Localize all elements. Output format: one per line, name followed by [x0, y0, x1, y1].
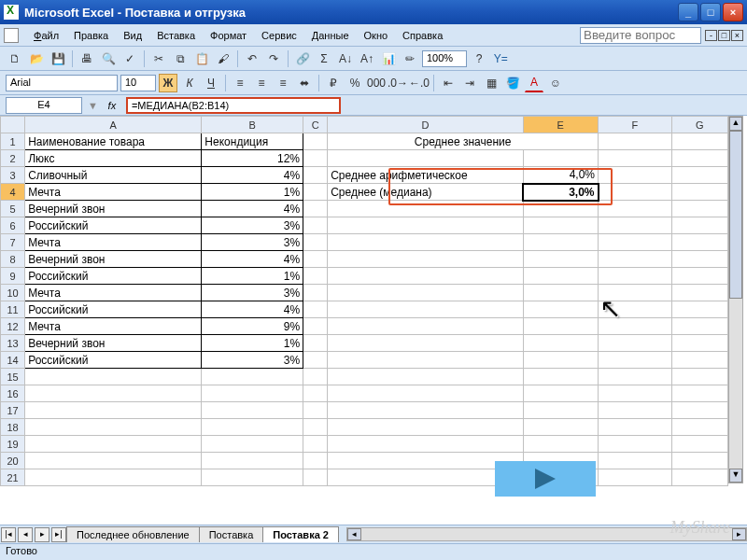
zoom-select[interactable]: 100% [422, 50, 467, 67]
align-right-icon[interactable]: ≡ [274, 74, 292, 92]
sheet-tab[interactable]: Последнее обновление [66, 526, 200, 542]
scroll-thumb[interactable] [729, 131, 742, 299]
row-header[interactable]: 12 [1, 318, 25, 335]
cell[interactable]: 4% [202, 301, 303, 318]
cell[interactable]: Среднее значение [328, 133, 599, 150]
col-header-G[interactable]: G [671, 117, 727, 133]
underline-button[interactable]: Ч [202, 74, 220, 92]
cell[interactable]: Мечта [25, 234, 202, 251]
cell[interactable]: Мечта [25, 318, 202, 335]
row-header[interactable]: 20 [1, 453, 25, 469]
cell[interactable]: 1% [202, 184, 303, 201]
row-header[interactable]: 4 [1, 184, 25, 201]
new-icon[interactable]: 🗋 [6, 49, 24, 68]
cell[interactable]: 9% [202, 318, 303, 335]
cut-icon[interactable]: ✂ [149, 49, 168, 68]
open-icon[interactable]: 📂 [27, 49, 46, 68]
cell[interactable]: 3% [202, 217, 303, 234]
tab-nav-last[interactable]: ▸| [51, 527, 66, 542]
horizontal-scrollbar[interactable]: ◂ ▸ [346, 527, 747, 541]
play-shape[interactable] [495, 461, 596, 497]
spell-icon[interactable]: ✓ [120, 49, 139, 68]
menu-view[interactable]: Вид [116, 27, 149, 44]
tab-nav-next[interactable]: ▸ [35, 527, 49, 542]
font-select[interactable]: Arial [6, 75, 118, 91]
menu-file[interactable]: Файл [26, 27, 66, 44]
row-header[interactable]: 3 [1, 167, 25, 184]
row-header[interactable]: 2 [1, 150, 25, 167]
ask-question-input[interactable] [580, 27, 701, 44]
worksheet-grid[interactable]: A B C D E F G 1 Наименование товара Неко… [0, 116, 747, 525]
print-icon[interactable]: 🖶 [78, 49, 96, 68]
col-header-D[interactable]: D [328, 117, 523, 133]
doc-minimize-button[interactable]: - [705, 30, 717, 41]
tab-nav-first[interactable]: |◂ [1, 527, 16, 542]
menu-data[interactable]: Данные [304, 27, 357, 44]
hyperlink-icon[interactable]: 🔗 [293, 49, 312, 68]
italic-button[interactable]: К [180, 74, 199, 92]
percent-icon[interactable]: % [345, 74, 364, 92]
font-color-icon[interactable]: A [525, 74, 543, 92]
row-header[interactable]: 1 [1, 133, 25, 150]
maximize-button[interactable]: □ [700, 3, 721, 21]
menu-format[interactable]: Формат [203, 27, 254, 44]
formula-text[interactable]: =МЕДИАНА(B2:B14) [132, 100, 229, 111]
sheet-tab-active[interactable]: Поставка 2 [262, 526, 339, 542]
preview-icon[interactable]: 🔍 [99, 49, 118, 68]
row-header[interactable]: 9 [1, 268, 25, 285]
sheet-tab[interactable]: Поставка [199, 526, 264, 542]
sort-desc-icon[interactable]: A↑ [358, 49, 376, 68]
help-icon[interactable]: ? [470, 49, 488, 68]
scroll-left-button[interactable]: ◂ [347, 528, 361, 540]
undo-icon[interactable]: ↶ [243, 49, 261, 68]
fontsize-select[interactable]: 10 [120, 75, 156, 91]
row-header[interactable]: 17 [1, 402, 25, 419]
row-header[interactable]: 13 [1, 335, 25, 352]
cell[interactable]: 4% [202, 201, 303, 217]
chart-icon[interactable]: 📊 [379, 49, 398, 68]
cell[interactable]: 1% [202, 335, 303, 352]
name-box[interactable]: E4 [6, 97, 82, 114]
bold-button[interactable]: Ж [159, 74, 177, 92]
borders-icon[interactable]: ▦ [482, 74, 500, 92]
scroll-down-button[interactable]: ▼ [729, 469, 742, 483]
comma-icon[interactable]: 000 [367, 74, 386, 92]
col-header-A[interactable]: A [25, 117, 202, 133]
cell[interactable]: Мечта [25, 184, 202, 201]
fx-icon[interactable]: fx [104, 100, 120, 111]
currency-icon[interactable]: ₽ [324, 74, 343, 92]
scroll-right-button[interactable]: ▸ [732, 528, 746, 540]
app-icon[interactable] [4, 28, 19, 43]
tab-nav-prev[interactable]: ◂ [18, 527, 33, 542]
cell[interactable]: Вечерний звон [25, 201, 202, 217]
fill-color-icon[interactable]: 🪣 [503, 74, 522, 92]
redo-icon[interactable]: ↷ [264, 49, 283, 68]
cell[interactable]: Мечта [25, 285, 202, 301]
cell[interactable]: Вечерний звон [25, 335, 202, 352]
cell[interactable]: Некондиция [202, 133, 303, 150]
row-header[interactable]: 5 [1, 201, 25, 217]
align-center-icon[interactable]: ≡ [252, 74, 271, 92]
menu-help[interactable]: Справка [395, 27, 450, 44]
inc-decimal-icon[interactable]: .0→ [388, 74, 407, 92]
row-header[interactable]: 14 [1, 352, 25, 369]
row-header[interactable]: 19 [1, 436, 25, 453]
cell[interactable]: Люкс [25, 150, 202, 167]
cell[interactable] [599, 133, 672, 150]
cell[interactable]: Российский [25, 217, 202, 234]
menu-edit[interactable]: Правка [66, 27, 116, 44]
smiley-icon[interactable]: ☺ [546, 74, 565, 92]
cell[interactable]: 1% [202, 268, 303, 285]
cell[interactable]: 3% [202, 285, 303, 301]
row-header[interactable]: 15 [1, 369, 25, 385]
col-header-F[interactable]: F [599, 117, 672, 133]
doc-restore-button[interactable]: □ [718, 30, 730, 41]
row-header[interactable]: 7 [1, 234, 25, 251]
merge-icon[interactable]: ⬌ [295, 74, 314, 92]
menu-insert[interactable]: Вставка [149, 27, 203, 44]
col-header-C[interactable]: C [303, 117, 328, 133]
menu-service[interactable]: Сервис [254, 27, 304, 44]
scroll-up-button[interactable]: ▲ [729, 117, 742, 131]
cell[interactable]: Вечерний звон [25, 251, 202, 268]
vertical-scrollbar[interactable]: ▲ ▼ [728, 116, 743, 483]
